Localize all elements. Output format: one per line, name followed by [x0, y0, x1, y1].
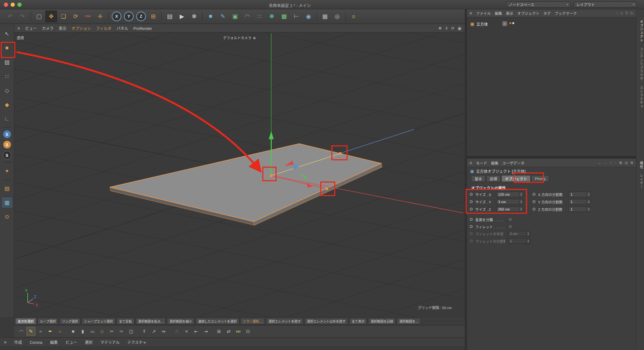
tab-phong[interactable]: Phong: [531, 175, 549, 182]
camera-icon[interactable]: ◉: [253, 36, 256, 40]
menu-texture[interactable]: テクスチャ: [127, 340, 147, 345]
value-field[interactable]: 120 cm ▴▾: [496, 192, 523, 197]
object-manager[interactable]: ▣ 立方体 ✓: [467, 17, 636, 156]
view-menu[interactable]: ビュー: [25, 26, 37, 31]
tab-basic[interactable]: 基本: [471, 175, 486, 182]
om-menu-tag[interactable]: タグ: [543, 12, 551, 15]
target-icon[interactable]: ◎: [625, 161, 628, 165]
zoom-view-icon[interactable]: ⇕: [445, 26, 448, 31]
filter-menu[interactable]: フィルタ: [96, 26, 111, 31]
deformer-icon[interactable]: ◠: [242, 11, 253, 22]
dock-tab-attributes[interactable]: 属性: [636, 159, 644, 171]
model-mode-icon[interactable]: ■: [1, 42, 13, 54]
prorender-menu[interactable]: ProRender: [133, 26, 152, 31]
hide-unselected-button[interactable]: 選択エレメント以外を隠す: [304, 318, 348, 325]
spline-smooth-icon[interactable]: ≈: [36, 327, 45, 336]
psr-tool-icon[interactable]: PSR: [82, 11, 94, 22]
stitch-tool-icon[interactable]: ≡: [182, 327, 191, 336]
uv-edit-icon[interactable]: ▤: [1, 183, 13, 194]
checkbox[interactable]: [508, 217, 512, 222]
checkbox[interactable]: [508, 224, 512, 229]
move-tool-icon[interactable]: ✥: [45, 11, 57, 22]
value-field[interactable]: 1 ▴▾: [569, 192, 591, 197]
arch-tool-icon[interactable]: ∩: [55, 327, 64, 336]
nodespace-dropdown[interactable]: ノードスペース ▾: [506, 1, 571, 7]
bridge-tool-icon[interactable]: ◫: [127, 327, 136, 336]
spline-pen-icon[interactable]: ✎: [217, 11, 229, 22]
parent-icon[interactable]: ↑: [610, 161, 612, 165]
close-window-button[interactable]: [4, 3, 8, 7]
maximize-view-icon[interactable]: ▣: [458, 26, 461, 31]
record-selection-button[interactable]: 選択範囲を記録: [368, 318, 396, 325]
animation-dot[interactable]: [470, 200, 473, 203]
workplane-grid-icon[interactable]: ▦: [1, 197, 13, 208]
panel-menu[interactable]: パネル: [117, 26, 128, 31]
add-icon[interactable]: ⊕: [630, 161, 633, 165]
axis-modify-icon[interactable]: ⊙: [1, 211, 13, 222]
volume-icon[interactable]: ▩: [278, 11, 290, 22]
layout-dropdown[interactable]: レイアウト ▾: [574, 1, 637, 7]
select-connected-button[interactable]: 連続したエレメントを選択: [195, 318, 239, 325]
invert-all-button[interactable]: 全て反転: [117, 318, 135, 325]
ring-select-button[interactable]: リング選択: [59, 318, 80, 325]
spinner[interactable]: ▴▾: [519, 199, 523, 204]
coord-system-icon[interactable]: ⊞: [147, 11, 159, 22]
zoom-window-button[interactable]: [17, 3, 22, 7]
value-field[interactable]: 3 cm ▴▾: [496, 199, 523, 204]
menu-select[interactable]: 選択: [85, 340, 93, 345]
cube-tool-icon[interactable]: ■: [69, 327, 78, 336]
hamburger-icon[interactable]: ≡: [469, 160, 472, 166]
plane-tool-icon[interactable]: ▭: [88, 327, 97, 336]
paint-setup-icon[interactable]: ✦: [1, 165, 13, 177]
matrix-extrude-icon[interactable]: ⇛: [159, 327, 168, 336]
points-mode-icon[interactable]: ∷: [1, 71, 13, 82]
snap-tool-icon[interactable]: ⊞: [214, 327, 223, 336]
render-visibility-dot[interactable]: [512, 22, 514, 24]
om-menu-file[interactable]: ファイル: [476, 12, 491, 15]
menu-edit[interactable]: 編集: [50, 340, 58, 345]
snap-modeling-icon[interactable]: S: [3, 141, 11, 148]
pen-tool-icon[interactable]: ✒: [46, 327, 55, 336]
undo-icon[interactable]: ↶: [5, 11, 16, 22]
camera-label[interactable]: デフォルトカメラ ◉: [223, 35, 256, 40]
redo-icon[interactable]: ↷: [17, 11, 28, 22]
home-icon[interactable]: ⌂: [620, 11, 623, 15]
metaball-icon[interactable]: ◉: [303, 11, 314, 22]
spinner[interactable]: ▴▾: [587, 192, 591, 197]
object-name[interactable]: 立方体: [476, 21, 488, 27]
cylinder-tool-icon[interactable]: ▮: [78, 327, 87, 336]
texture-mode-icon[interactable]: ▨: [1, 56, 13, 68]
polygons-mode-icon[interactable]: ◆: [1, 99, 13, 110]
camera-icon[interactable]: ◎: [331, 11, 343, 22]
rotate-tool-icon[interactable]: ⟳: [70, 11, 81, 22]
tab-object[interactable]: オブジェクト: [501, 175, 531, 182]
render-picture-icon[interactable]: ▶: [176, 11, 188, 22]
arrange-tool-icon[interactable]: ⇄: [224, 327, 233, 336]
dock-tab-objects[interactable]: オブジェクト: [636, 17, 644, 45]
shrink-selection-button[interactable]: 選択範囲を縮小: [167, 318, 194, 325]
spline-arc-icon[interactable]: ◠: [17, 327, 26, 336]
z-size-handle-dot[interactable]: [339, 152, 342, 155]
rect-select-button[interactable]: 長方形選択: [15, 318, 36, 325]
hide-selected-button[interactable]: 選択エレメントを隠す: [266, 318, 303, 325]
spinner[interactable]: ▴▾: [587, 207, 591, 212]
enabled-check-icon[interactable]: ✓: [502, 21, 507, 26]
menu-create[interactable]: 作成: [14, 340, 22, 345]
history-forward-icon[interactable]: →: [604, 161, 608, 165]
render-settings-icon[interactable]: ✻: [188, 11, 200, 22]
dock-tab-layers[interactable]: レイヤー: [636, 171, 644, 191]
workplane-mode-icon[interactable]: ∟: [1, 113, 13, 125]
menu-corona[interactable]: Corona: [30, 340, 42, 345]
animation-dot[interactable]: [533, 208, 535, 211]
mirror-select-button[interactable]: ミラー選択....: [240, 318, 265, 325]
grow-selection-button[interactable]: 選択範囲を拡大...: [136, 318, 166, 325]
viewport-canvas[interactable]: Y Z X: [14, 33, 465, 317]
dock-tab-content-browser[interactable]: コンテンツブラウザ: [636, 45, 644, 83]
animation-dot[interactable]: [533, 193, 535, 196]
knife-tool-icon[interactable]: ✂: [107, 327, 116, 336]
animation-dot[interactable]: [533, 200, 535, 203]
primitive-cube-icon[interactable]: ■: [205, 11, 216, 22]
display-menu[interactable]: 表示: [59, 26, 66, 31]
filter-icon[interactable]: ▽: [625, 11, 628, 15]
environment-icon[interactable]: ▦: [319, 11, 331, 22]
